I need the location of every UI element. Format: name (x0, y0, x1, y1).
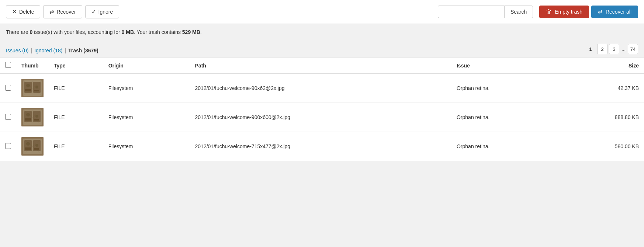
header-path: Path (190, 58, 451, 74)
tab-sep-2: | (65, 48, 66, 53)
ignore-button[interactable]: ✓ Ignore (85, 5, 120, 18)
empty-trash-button[interactable]: 🗑 Empty trash (539, 6, 589, 18)
page-2[interactable]: 2 (597, 44, 607, 54)
row-origin: Filesystem (103, 132, 190, 161)
content-area: Thumb Type Origin Path Issue Size FILE F… (0, 58, 644, 161)
tab-issues[interactable]: Issues (0) (6, 48, 28, 53)
row-origin: Filesystem (103, 103, 190, 132)
row-thumbnail (21, 137, 44, 156)
toolbar: ✕ Delete ⇄ Recover ✓ Ignore Search 🗑 Emp… (0, 0, 644, 24)
tab-sep-1: | (31, 48, 32, 53)
table-row: FILE Filesystem 2012/01/fuchu-welcome-71… (0, 132, 644, 161)
tab-issues-label: Issues (6, 48, 21, 53)
row-thumb-cell (16, 74, 49, 103)
delete-label: Delete (19, 9, 34, 15)
row-size: 888.80 KB (559, 103, 644, 132)
svg-rect-17 (34, 119, 39, 121)
row-path: 2012/01/fuchu-welcome-90x62@2x.jpg (190, 74, 451, 103)
recover-icon: ⇄ (49, 8, 54, 15)
header-origin: Origin (103, 58, 190, 74)
svg-rect-16 (25, 118, 31, 121)
header-size: Size (559, 58, 644, 74)
toolbar-divider (536, 5, 536, 18)
row-issue: Orphan retina. (451, 74, 559, 103)
delete-icon: ✕ (12, 8, 17, 15)
svg-rect-26 (25, 147, 31, 150)
summary-prefix: There are (6, 29, 30, 35)
tab-ignored-count: (18) (53, 48, 63, 53)
table-header-row: Thumb Type Origin Path Issue Size (0, 58, 644, 74)
trash-size: 529 MB (182, 29, 200, 35)
row-checkbox-cell (0, 132, 16, 161)
row-path: 2012/01/fuchu-welcome-900x600@2x.jpg (190, 103, 451, 132)
delete-button[interactable]: ✕ Delete (6, 5, 40, 18)
issues-size: 0 MB (122, 29, 134, 35)
tab-issues-count: (0) (22, 48, 28, 53)
svg-rect-6 (25, 89, 31, 91)
summary-middle2: . Your trash contains (134, 29, 182, 35)
recover-label: Recover (56, 9, 76, 15)
recover-all-icon: ⇄ (598, 8, 603, 15)
page-last[interactable]: 74 (628, 44, 638, 54)
row-issue: Orphan retina. (451, 132, 559, 161)
svg-point-5 (35, 86, 38, 88)
svg-point-25 (35, 144, 38, 147)
row-type: FILE (49, 103, 103, 132)
row-type: FILE (49, 74, 103, 103)
page-3[interactable]: 3 (609, 44, 619, 54)
header-issue: Issue (451, 58, 559, 74)
recover-button[interactable]: ⇄ Recover (43, 5, 82, 18)
row-checkbox-cell (0, 103, 16, 132)
row-checkbox[interactable] (5, 143, 11, 149)
ignore-icon: ✓ (91, 8, 96, 15)
page-ellipsis: ... (621, 46, 626, 52)
summary-suffix: . (200, 29, 202, 35)
tabs-row: Issues (0) | Ignored (18) | Trash (3679)… (0, 40, 644, 58)
tab-trash-label: Trash (68, 48, 82, 53)
svg-rect-7 (34, 90, 39, 91)
header-checkbox-col (0, 58, 16, 74)
row-checkbox-cell (0, 74, 16, 103)
search-button[interactable]: Search (504, 6, 533, 18)
row-checkbox[interactable] (5, 114, 11, 120)
row-checkbox[interactable] (5, 85, 11, 91)
tab-ignored-label: Ignored (34, 48, 52, 53)
row-origin: Filesystem (103, 74, 190, 103)
svg-rect-27 (34, 148, 39, 150)
row-thumb-cell (16, 132, 49, 161)
table-row: FILE Filesystem 2012/01/fuchu-welcome-90… (0, 103, 644, 132)
pagination: 1 2 3 ... 74 (585, 44, 638, 57)
search-label: Search (510, 9, 527, 15)
page-current: 1 (585, 44, 596, 54)
recover-all-label: Recover all (606, 9, 631, 15)
header-type: Type (49, 58, 103, 74)
tab-trash[interactable]: Trash (3679) (68, 48, 98, 53)
row-issue: Orphan retina. (451, 103, 559, 132)
summary-bar: There are 0 issue(s) with your files, ac… (0, 24, 644, 40)
row-size: 580.00 KB (559, 132, 644, 161)
row-type: FILE (49, 132, 103, 161)
row-size: 42.37 KB (559, 74, 644, 103)
row-thumbnail (21, 79, 44, 97)
search-input[interactable] (438, 6, 504, 18)
tab-ignored[interactable]: Ignored (18) (34, 48, 62, 53)
select-all-checkbox[interactable] (5, 62, 11, 68)
ignore-label: Ignore (98, 9, 113, 15)
row-thumbnail (21, 108, 44, 126)
empty-trash-label: Empty trash (555, 9, 582, 15)
tab-trash-count: (3679) (83, 48, 98, 53)
summary-middle1: issue(s) with your files, accounting for (32, 29, 121, 35)
files-table: Thumb Type Origin Path Issue Size FILE F… (0, 58, 644, 161)
row-path: 2012/01/fuchu-welcome-715x477@2x.jpg (190, 132, 451, 161)
search-area: Search 🗑 Empty trash ⇄ Recover all (438, 5, 638, 18)
table-row: FILE Filesystem 2012/01/fuchu-welcome-90… (0, 74, 644, 103)
trash-icon: 🗑 (546, 8, 552, 15)
recover-all-button[interactable]: ⇄ Recover all (591, 6, 638, 18)
row-thumb-cell (16, 103, 49, 132)
header-thumb: Thumb (16, 58, 49, 74)
svg-point-15 (35, 115, 38, 118)
